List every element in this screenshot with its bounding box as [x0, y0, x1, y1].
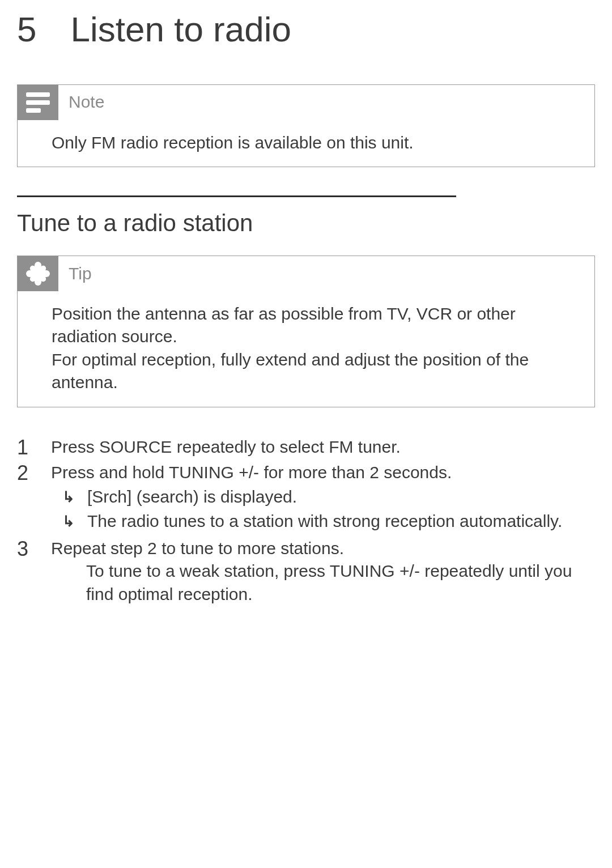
tip-label: Tip	[69, 262, 92, 286]
result-text: The radio tunes to a station with strong…	[87, 510, 562, 533]
result-text: [Srch] (search) is displayed.	[87, 486, 297, 509]
result-item: ↳ [Srch] (search) is displayed.	[51, 486, 595, 509]
section-divider	[17, 195, 456, 197]
steps-list: 1 Press SOURCE repeatedly to select FM t…	[17, 436, 595, 606]
result-arrow-icon: ↳	[62, 510, 87, 534]
step-number: 1	[17, 436, 51, 459]
note-label: Note	[69, 91, 104, 114]
note-body: Only FM radio reception is available on …	[18, 120, 594, 167]
note-header: Note	[18, 85, 594, 120]
tip-body: Position the antenna as far as possible …	[18, 291, 594, 407]
step-number: 3	[17, 537, 51, 560]
step-results: ↳ [Srch] (search) is displayed. ↳ The ra…	[51, 486, 595, 534]
step-text: Repeat step 2 to tune to more stations.	[51, 537, 595, 560]
note-icon	[18, 85, 58, 120]
result-item: ↳ The radio tunes to a station with stro…	[51, 510, 595, 534]
tip-callout: Tip Position the antenna as far as possi…	[17, 256, 595, 407]
chapter-number: 5	[17, 6, 36, 53]
step-number: 2	[17, 461, 51, 484]
chapter-heading: 5 Listen to radio	[17, 6, 595, 53]
asterisk-icon	[18, 256, 58, 291]
step-subtext: To tune to a weak station, press TUNING …	[51, 560, 595, 606]
step-3: 3 Repeat step 2 to tune to more stations…	[17, 537, 595, 606]
tip-header: Tip	[18, 256, 594, 291]
step-1: 1 Press SOURCE repeatedly to select FM t…	[17, 436, 595, 459]
section-title: Tune to a radio station	[17, 207, 595, 240]
step-2: 2 Press and hold TUNING +/- for more tha…	[17, 461, 595, 535]
result-arrow-icon: ↳	[62, 486, 87, 509]
step-text: Press SOURCE repeatedly to select FM tun…	[51, 436, 595, 459]
note-callout: Note Only FM radio reception is availabl…	[17, 84, 595, 168]
chapter-title-text: Listen to radio	[70, 6, 291, 53]
step-text: Press and hold TUNING +/- for more than …	[51, 461, 595, 484]
